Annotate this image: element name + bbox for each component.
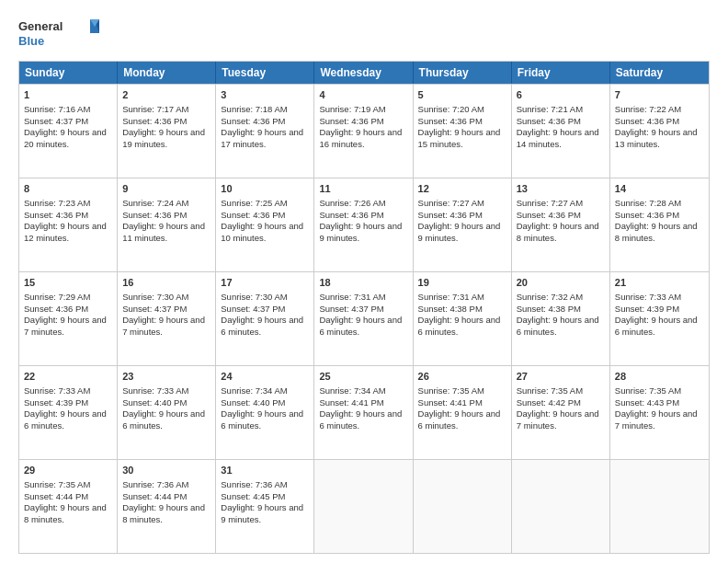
day-number: 8 <box>24 182 112 196</box>
sunset-label: Sunset: 4:36 PM <box>221 116 285 126</box>
cal-cell: 25 Sunrise: 7:34 AM Sunset: 4:41 PM Dayl… <box>314 366 413 459</box>
daylight-label: Daylight: 9 hours and 6 minutes. <box>24 408 107 431</box>
cal-cell <box>314 460 413 553</box>
day-number: 28 <box>615 370 704 384</box>
sunrise-label: Sunrise: 7:20 AM <box>418 104 484 114</box>
day-number: 18 <box>319 276 407 290</box>
daylight-label: Daylight: 9 hours and 8 minutes. <box>24 502 107 524</box>
daylight-label: Daylight: 9 hours and 6 minutes. <box>418 315 501 337</box>
daylight-label: Daylight: 9 hours and 12 minutes. <box>24 221 107 243</box>
sunset-label: Sunset: 4:36 PM <box>615 116 679 126</box>
day-number: 16 <box>122 276 210 290</box>
sunrise-label: Sunrise: 7:33 AM <box>24 385 90 396</box>
week-row-5: 29 Sunrise: 7:35 AM Sunset: 4:44 PM Dayl… <box>19 459 709 553</box>
cal-cell: 10 Sunrise: 7:25 AM Sunset: 4:36 PM Dayl… <box>216 178 314 271</box>
sunrise-label: Sunrise: 7:27 AM <box>418 198 484 208</box>
sunrise-label: Sunrise: 7:32 AM <box>517 292 583 302</box>
sunset-label: Sunset: 4:45 PM <box>221 491 285 501</box>
sunset-label: Sunset: 4:39 PM <box>615 304 679 314</box>
day-number: 11 <box>319 182 407 196</box>
daylight-label: Daylight: 9 hours and 7 minutes. <box>615 408 698 431</box>
sunset-label: Sunset: 4:41 PM <box>418 397 483 408</box>
sunrise-label: Sunrise: 7:25 AM <box>221 198 287 208</box>
day-number: 19 <box>418 276 506 290</box>
daylight-label: Daylight: 9 hours and 8 minutes. <box>517 221 599 243</box>
sunrise-label: Sunrise: 7:17 AM <box>122 104 188 114</box>
sunset-label: Sunset: 4:42 PM <box>517 397 581 408</box>
day-header-monday: Monday <box>118 62 216 84</box>
sunrise-label: Sunrise: 7:31 AM <box>418 292 484 302</box>
daylight-label: Daylight: 9 hours and 7 minutes. <box>517 408 599 431</box>
calendar-body: 1 Sunrise: 7:16 AM Sunset: 4:37 PM Dayli… <box>19 84 709 553</box>
week-row-2: 8 Sunrise: 7:23 AM Sunset: 4:36 PM Dayli… <box>19 178 709 271</box>
day-number: 2 <box>122 88 210 102</box>
logo: General Blue <box>18 15 101 52</box>
cal-cell: 17 Sunrise: 7:30 AM Sunset: 4:37 PM Dayl… <box>216 272 314 365</box>
day-number: 26 <box>418 370 506 384</box>
cal-cell: 15 Sunrise: 7:29 AM Sunset: 4:36 PM Dayl… <box>19 272 118 365</box>
sunset-label: Sunset: 4:40 PM <box>221 397 285 408</box>
day-number: 10 <box>221 182 309 196</box>
cal-cell: 22 Sunrise: 7:33 AM Sunset: 4:39 PM Dayl… <box>19 366 118 459</box>
sunset-label: Sunset: 4:36 PM <box>418 210 483 220</box>
cal-cell: 29 Sunrise: 7:35 AM Sunset: 4:44 PM Dayl… <box>19 460 118 553</box>
sunset-label: Sunset: 4:36 PM <box>418 116 483 126</box>
sunrise-label: Sunrise: 7:28 AM <box>615 198 681 208</box>
sunrise-label: Sunrise: 7:29 AM <box>24 292 90 302</box>
sunset-label: Sunset: 4:39 PM <box>24 397 88 408</box>
day-number: 31 <box>221 464 309 477</box>
cal-cell: 31 Sunrise: 7:36 AM Sunset: 4:45 PM Dayl… <box>216 460 314 553</box>
daylight-label: Daylight: 9 hours and 7 minutes. <box>24 315 107 337</box>
day-number: 5 <box>418 88 506 102</box>
sunset-label: Sunset: 4:36 PM <box>221 210 285 220</box>
cal-cell <box>414 460 512 553</box>
daylight-label: Daylight: 9 hours and 9 minutes. <box>418 221 501 243</box>
sunrise-label: Sunrise: 7:34 AM <box>319 385 385 396</box>
cal-cell <box>512 460 610 553</box>
day-header-thursday: Thursday <box>414 62 512 84</box>
calendar-header: SundayMondayTuesdayWednesdayThursdayFrid… <box>19 62 709 84</box>
daylight-label: Daylight: 9 hours and 15 minutes. <box>418 127 501 149</box>
daylight-label: Daylight: 9 hours and 16 minutes. <box>319 127 402 149</box>
day-header-friday: Friday <box>512 62 610 84</box>
cal-cell: 20 Sunrise: 7:32 AM Sunset: 4:38 PM Dayl… <box>512 272 610 365</box>
page: General Blue SundayMondayTuesdayWednesda… <box>0 0 728 563</box>
sunset-label: Sunset: 4:37 PM <box>319 304 383 314</box>
day-number: 9 <box>122 182 210 196</box>
day-number: 7 <box>615 88 704 102</box>
sunrise-label: Sunrise: 7:35 AM <box>24 479 90 489</box>
day-number: 27 <box>517 370 605 384</box>
daylight-label: Daylight: 9 hours and 6 minutes. <box>517 315 599 337</box>
sunset-label: Sunset: 4:36 PM <box>517 116 581 126</box>
sunset-label: Sunset: 4:36 PM <box>517 210 581 220</box>
week-row-4: 22 Sunrise: 7:33 AM Sunset: 4:39 PM Dayl… <box>19 365 709 459</box>
sunrise-label: Sunrise: 7:33 AM <box>615 292 681 302</box>
calendar: SundayMondayTuesdayWednesdayThursdayFrid… <box>18 61 710 554</box>
sunrise-label: Sunrise: 7:27 AM <box>517 198 583 208</box>
day-number: 15 <box>24 276 112 290</box>
cal-cell: 4 Sunrise: 7:19 AM Sunset: 4:36 PM Dayli… <box>314 85 413 178</box>
cal-cell: 28 Sunrise: 7:35 AM Sunset: 4:43 PM Dayl… <box>610 366 709 459</box>
sunrise-label: Sunrise: 7:35 AM <box>517 385 583 396</box>
sunrise-label: Sunrise: 7:23 AM <box>24 198 90 208</box>
sunrise-label: Sunrise: 7:36 AM <box>221 479 287 489</box>
week-row-1: 1 Sunrise: 7:16 AM Sunset: 4:37 PM Dayli… <box>19 84 709 178</box>
sunset-label: Sunset: 4:36 PM <box>319 116 383 126</box>
cal-cell: 26 Sunrise: 7:35 AM Sunset: 4:41 PM Dayl… <box>414 366 512 459</box>
sunset-label: Sunset: 4:44 PM <box>122 491 187 501</box>
sunrise-label: Sunrise: 7:24 AM <box>122 198 188 208</box>
day-number: 21 <box>615 276 704 290</box>
day-number: 17 <box>221 276 309 290</box>
daylight-label: Daylight: 9 hours and 6 minutes. <box>418 408 501 431</box>
cal-cell: 12 Sunrise: 7:27 AM Sunset: 4:36 PM Dayl… <box>414 178 512 271</box>
day-header-saturday: Saturday <box>610 62 709 84</box>
sunrise-label: Sunrise: 7:16 AM <box>24 104 90 114</box>
cal-cell: 11 Sunrise: 7:26 AM Sunset: 4:36 PM Dayl… <box>314 178 413 271</box>
day-number: 25 <box>319 370 407 384</box>
cal-cell: 27 Sunrise: 7:35 AM Sunset: 4:42 PM Dayl… <box>512 366 610 459</box>
daylight-label: Daylight: 9 hours and 9 minutes. <box>319 221 402 243</box>
day-header-sunday: Sunday <box>19 62 118 84</box>
day-number: 12 <box>418 182 506 196</box>
daylight-label: Daylight: 9 hours and 8 minutes. <box>615 221 698 243</box>
day-header-wednesday: Wednesday <box>314 62 413 84</box>
